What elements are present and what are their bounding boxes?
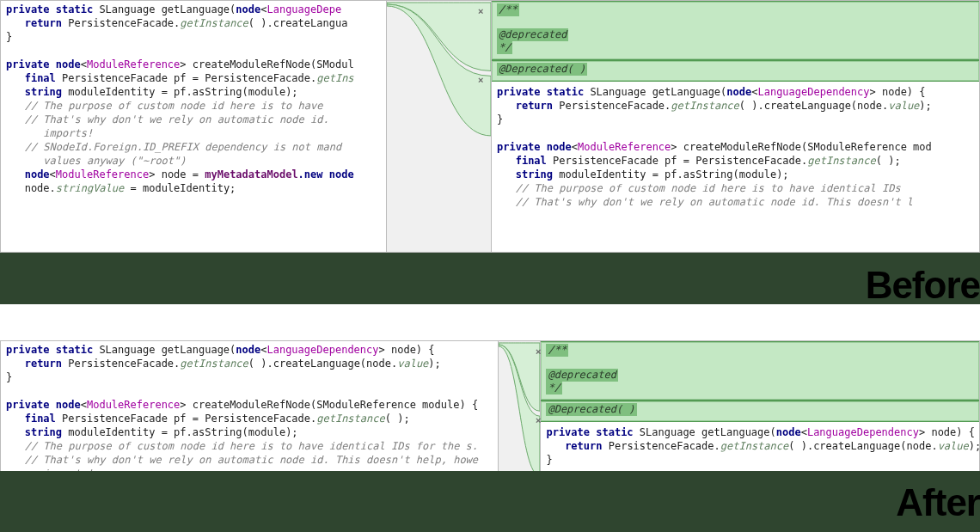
diff-gutter [387,1,492,252]
inserted-block[interactable]: @Deprecated( ) [492,60,979,82]
code-line[interactable] [497,126,974,140]
code-line[interactable]: } [6,370,493,384]
code-line[interactable]: private static SLanguage getLanguage(nod… [6,343,493,357]
code-line[interactable]: private node<ModuleReference> createModu… [6,398,493,412]
javadoc-token: /** [497,3,519,16]
code-line[interactable]: // That's why don't we rely on automatic… [6,113,381,126]
javadoc-token: @deprecated [546,369,617,382]
code-line[interactable]: return PersistenceFacade.getInstance( ).… [497,99,974,113]
inserted-block[interactable]: @Deprecated( ) [541,401,979,422]
code-line[interactable]: string moduleIdentity = pf.asString(modu… [6,425,493,439]
code-line[interactable]: // SNodeId.Foreign.ID_PREFIX dependency … [6,140,381,154]
code-line[interactable]: } [546,453,974,467]
code-line[interactable]: private static SLanguage getLanguage(nod… [6,3,381,16]
close-icon[interactable]: × [478,6,483,16]
caption-before: Before [866,264,980,307]
code-line[interactable]: return PersistenceFacade.getInstance( ).… [6,16,381,30]
code-line[interactable]: final PersistenceFacade pf = Persistence… [6,412,493,425]
code-line[interactable]: // That's why don't we rely on automatic… [6,453,493,467]
code-line[interactable]: final PersistenceFacade pf = Persistence… [497,154,974,168]
javadoc-token: @Deprecated( ) [546,403,636,416]
diff-before: private static SLanguage getLanguage(nod… [0,0,980,253]
code-line[interactable]: } [6,30,381,44]
code-line[interactable]: // The purpose of custom node id here is… [6,439,493,453]
code-line[interactable] [6,384,493,398]
code-line[interactable]: node.stringValue = moduleIdentity; [6,181,381,195]
code-line[interactable]: private static SLanguage getLanguage(nod… [546,425,974,439]
code-line[interactable]: // The purpose of custom node id here is… [6,99,381,113]
code-line[interactable]: string moduleIdentity = pf.asString(modu… [497,168,974,181]
code-line[interactable]: return PersistenceFacade.getInstance( ).… [6,357,493,370]
code-line[interactable]: // The purpose of custom node id here is… [497,181,974,195]
inserted-block[interactable]: /** @deprecated*/ [492,1,979,60]
code-line[interactable]: string moduleIdentity = pf.asString(modu… [6,85,381,99]
diff-left-pane[interactable]: private static SLanguage getLanguage(nod… [1,1,387,252]
close-icon[interactable]: × [536,415,541,425]
javadoc-token: @deprecated [497,28,568,41]
javadoc-token: @Deprecated( ) [497,63,587,76]
close-icon[interactable]: × [478,75,483,85]
javadoc-token: /** [546,344,568,357]
code-line[interactable]: values anyway ("~root") [6,154,381,168]
code-line[interactable]: private static SLanguage getLanguage(nod… [497,85,974,99]
code-line[interactable]: imports! [6,126,381,140]
javadoc-token: */ [546,382,561,394]
close-icon[interactable]: × [536,346,541,357]
diff-right-pane[interactable]: /** @deprecated*/@Deprecated( )private s… [492,1,979,252]
code-line[interactable]: final PersistenceFacade pf = Persistence… [6,71,381,85]
caption-after: After [896,481,980,524]
code-line[interactable]: node<ModuleReference> node = myMetadataM… [6,168,381,181]
code-line[interactable]: } [497,113,974,126]
code-line[interactable]: // That's why don't we rely on automatic… [497,195,974,209]
inserted-block[interactable]: /** @deprecated*/ [541,341,979,401]
javadoc-token: */ [497,41,512,54]
code-line[interactable]: return PersistenceFacade.getInstance( ).… [546,439,974,453]
code-line[interactable] [6,44,381,58]
separator-band [0,471,980,532]
code-line[interactable]: private node<ModuleReference> createModu… [6,58,381,71]
separator-band [0,253,980,304]
code-line[interactable]: private node<ModuleReference> createModu… [497,140,974,154]
